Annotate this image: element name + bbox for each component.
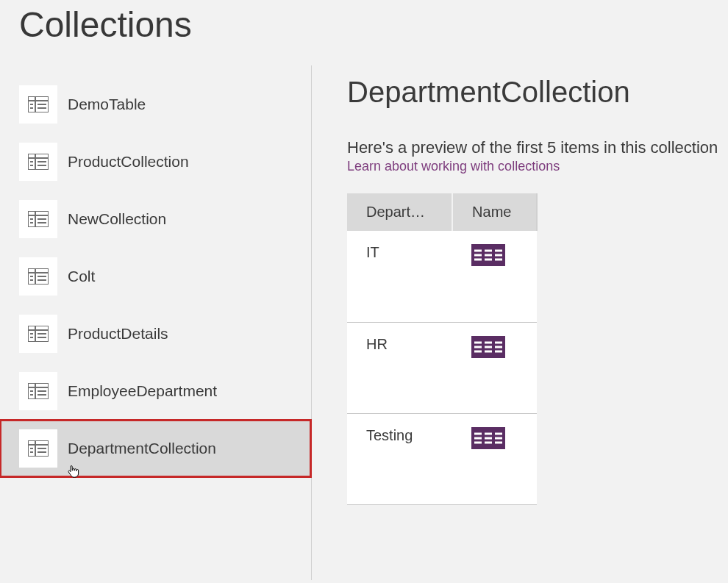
cell-name[interactable] [452,322,537,413]
svg-rect-31 [30,333,33,335]
table-icon [19,372,57,410]
nested-table-icon[interactable] [471,244,505,270]
preview-tbody: ITHRTesting [347,231,537,504]
svg-rect-13 [38,165,46,166]
collection-item-label: DepartmentCollection [68,440,216,457]
svg-rect-3 [30,104,33,105]
svg-rect-27 [38,279,46,281]
collection-item[interactable]: ProductCollection [0,133,311,190]
nested-table-icon[interactable] [471,336,505,362]
nested-table-icon[interactable] [471,427,505,453]
svg-rect-26 [38,276,46,277]
column-header-department[interactable]: Depart… [347,193,452,231]
svg-rect-39 [30,394,33,396]
column-header-name[interactable]: Name [452,193,537,231]
svg-rect-17 [30,218,33,220]
collection-item[interactable]: ProductDetails [0,305,311,362]
svg-rect-12 [38,161,46,162]
collection-item[interactable]: DepartmentCollection [0,420,311,477]
collection-item-label: NewCollection [68,210,166,228]
svg-rect-20 [38,222,46,223]
collection-item-label: Colt [68,268,95,285]
svg-rect-41 [38,394,46,396]
collection-item[interactable]: EmployeeDepartment [0,362,311,420]
table-icon [19,315,57,353]
table-row[interactable]: HR [347,322,537,413]
svg-rect-45 [30,448,33,449]
preview-text: Here's a preview of the first 5 items in… [347,138,728,157]
svg-rect-5 [38,104,46,105]
detail-title: DepartmentCollection [347,76,728,109]
svg-rect-33 [38,333,46,335]
cell-department: IT [347,231,452,322]
collection-item-label: EmployeeDepartment [68,382,217,400]
svg-rect-48 [38,451,46,453]
svg-rect-24 [30,276,33,277]
collection-item-label: ProductDetails [68,325,168,343]
collection-item[interactable]: DemoTable [0,76,311,133]
svg-rect-19 [38,218,46,220]
svg-rect-4 [30,107,33,109]
svg-rect-46 [30,451,33,453]
svg-rect-32 [30,337,33,338]
svg-rect-18 [30,222,33,223]
cell-name[interactable] [452,231,537,322]
collection-item[interactable]: Colt [0,248,311,305]
detail-panel: DepartmentCollection Here's a preview of… [312,65,728,580]
table-icon [19,85,57,124]
collections-list: DemoTableProductCollectionNewCollectionC… [0,65,312,580]
table-row[interactable]: Testing [347,413,537,504]
svg-rect-47 [38,448,46,449]
svg-rect-38 [30,390,33,392]
table-icon [19,429,57,468]
collection-item-label: DemoTable [68,96,146,113]
svg-rect-10 [30,161,33,162]
svg-rect-40 [38,390,46,392]
svg-rect-25 [30,279,33,281]
table-row[interactable]: IT [347,231,537,322]
table-icon [19,257,57,296]
learn-link[interactable]: Learn about working with collections [347,159,560,174]
table-icon [19,143,57,181]
svg-rect-6 [38,107,46,109]
collection-item[interactable]: NewCollection [0,190,311,248]
cell-name[interactable] [452,413,537,504]
page-title: Collections [19,4,728,45]
cell-department: HR [347,322,452,413]
preview-table: Depart… Name ITHRTesting [347,193,538,505]
table-icon [19,200,57,238]
svg-rect-11 [30,165,33,166]
svg-rect-34 [38,337,46,338]
collection-item-label: ProductCollection [68,153,189,171]
cell-department: Testing [347,413,452,504]
